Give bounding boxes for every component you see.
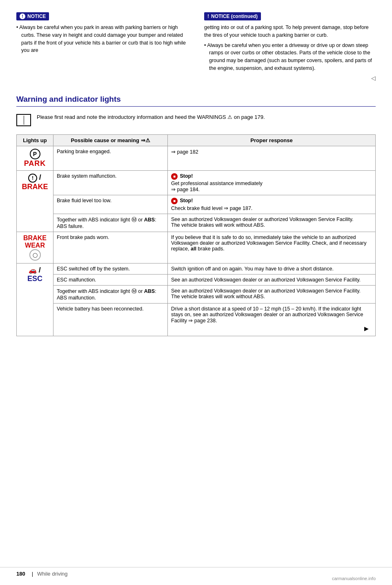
footer-separator: |	[32, 571, 33, 577]
table-row-brake-1: ! / BRAKE Brake system malfunction. ■ St…	[17, 170, 376, 195]
stop-icon-2: ■	[171, 198, 178, 204]
brake-stop-line-2: ■ Stop!	[171, 198, 372, 204]
esc-text-symbol: ESC	[20, 275, 50, 283]
book-warning: Please first read and note the introduct…	[16, 113, 376, 126]
notice-left: ! NOTICE Always be careful when you park…	[16, 12, 188, 83]
esc-response-2: See an authorized Volkswagen dealer or a…	[168, 274, 376, 285]
esc-response-3: See an authorized Volkswagen dealer or a…	[168, 285, 376, 303]
brake-response-2: ■ Stop! Check brake fluid level ⇒ page 1…	[168, 195, 376, 214]
table-row-esc-4: Vehicle battery has been reconnected. Dr…	[17, 303, 376, 336]
brakewear-light-cell: BRAKE WEAR ◯	[17, 232, 53, 263]
notice-row: ! NOTICE Always be careful when you park…	[16, 12, 376, 83]
park-light-cell: P PARK	[17, 146, 53, 170]
notice-right-exclaim-icon: !	[207, 13, 209, 19]
table-row-esc-3: Together with ABS indicator light Ⓜ or A…	[17, 285, 376, 303]
esc-cause-1: ESC switched off by the system.	[53, 263, 168, 274]
table-row-esc-1: 🚗 / ESC ESC switched off by the system. …	[17, 263, 376, 274]
brake-response-3: See an authorized Volkswagen dealer or a…	[168, 214, 376, 232]
lights-table: Lights up Possible cause or meaning ⇒⚠ P…	[16, 134, 376, 336]
notice-left-bullet1: Always be careful when you park in areas…	[16, 24, 188, 54]
book-warning-text: Please first read and note the introduct…	[37, 113, 265, 121]
notice-exclaim-icon: !	[20, 13, 25, 19]
section-heading: Warning and indicator lights	[16, 95, 376, 107]
notice-right-para1: getting into or out of a parking spot. T…	[204, 24, 376, 39]
notice-right-header: ! NOTICE (continued)	[204, 12, 261, 20]
park-p-symbol: P	[20, 149, 50, 159]
esc-cause-3: Together with ABS indicator light Ⓜ or A…	[53, 285, 168, 303]
col-response-header: Proper response	[168, 134, 376, 146]
book-icon	[16, 114, 31, 126]
brakewear-coil-icon: ◯	[20, 249, 50, 261]
brake-icon-area: ! /	[20, 173, 50, 183]
esc-car-icon-area: 🚗 /	[20, 266, 50, 275]
brakewear-response: If you believe that it is safe to do so,…	[168, 232, 376, 263]
esc-cause-4: Vehicle battery has been reconnected.	[53, 303, 168, 336]
p-circle-icon: P	[30, 149, 40, 159]
esc-slash: /	[39, 266, 41, 274]
coil-icon: ◯	[29, 249, 41, 261]
watermark: carmanualsonline.info	[332, 576, 376, 581]
notice-right-content: getting into or out of a parking spot. T…	[204, 24, 376, 83]
wear-label: WEAR	[25, 242, 45, 249]
stop-label-1: Stop!	[180, 173, 193, 179]
park-label: PARK	[24, 159, 46, 167]
brakewear-label: BRAKE	[23, 234, 47, 241]
brake-text-symbol: BRAKE	[20, 183, 50, 191]
table-row-brake-2: Brake fluid level too low. ■ Stop! Check…	[17, 195, 376, 214]
esc-light-cell: 🚗 / ESC	[17, 263, 53, 336]
esc-car-icon: 🚗	[29, 267, 37, 274]
brake-label: BRAKE	[22, 183, 48, 191]
brake-stop-line-1: ■ Stop!	[171, 173, 372, 180]
brakewear-cause: Front brake pads worn.	[53, 232, 168, 263]
table-row-brakewear: BRAKE WEAR ◯ Front brake pads worn. If y…	[17, 232, 376, 263]
table-header-row: Lights up Possible cause or meaning ⇒⚠ P…	[17, 134, 376, 146]
page-content: ! NOTICE Always be careful when you park…	[0, 0, 392, 361]
brake-cause-1: Brake system malfunction.	[53, 170, 168, 195]
table-row-brake-3: Together with ABS indicator light Ⓜ or A…	[17, 214, 376, 232]
stop-label-2: Stop!	[180, 198, 193, 203]
esc-label: ESC	[27, 275, 42, 283]
table-row-park: P PARK Parking brake engaged. ⇒ page 182	[17, 146, 376, 170]
col-lights-header: Lights up	[17, 134, 53, 146]
page-footer: 180 | While driving	[0, 567, 392, 577]
stop-icon-1: ■	[171, 173, 178, 180]
notice-right-title: NOTICE (continued)	[211, 13, 258, 19]
triangle-right-icon: ▶	[171, 324, 372, 333]
notice-left-title: NOTICE	[27, 13, 46, 19]
brake-light-cell: ! / BRAKE	[17, 170, 53, 232]
brake-slash: /	[39, 173, 41, 181]
notice-right: ! NOTICE (continued) getting into or out…	[204, 12, 376, 83]
brake-cause-2: Brake fluid level too low.	[53, 195, 168, 214]
table-row-esc-2: ESC malfunction. See an authorized Volks…	[17, 274, 376, 285]
col-cause-header: Possible cause or meaning ⇒⚠	[53, 134, 168, 146]
page-number: 180	[16, 571, 25, 577]
esc-response-1: Switch ignition off and on again. You ma…	[168, 263, 376, 274]
brake-response-1: ■ Stop! Get professional assistance imme…	[168, 170, 376, 195]
notice-left-content: Always be careful when you park in areas…	[16, 24, 188, 54]
esc-cause-2: ESC malfunction.	[53, 274, 168, 285]
esc-response-4: Drive a short distance at a speed of 10 …	[168, 303, 376, 336]
park-response-cell: ⇒ page 182	[168, 146, 376, 170]
brakewear-text-symbol: BRAKE WEAR	[20, 234, 50, 249]
brake-exclaim-icon: !	[28, 174, 37, 183]
brake-cause-3: Together with ABS indicator light Ⓜ or A…	[53, 214, 168, 232]
park-text-symbol: PARK	[20, 159, 50, 168]
notice-right-bullet1: Always be careful when you enter a drive…	[204, 42, 376, 72]
triangle-left-icon: ◁	[204, 74, 376, 83]
footer-section: While driving	[37, 571, 67, 577]
park-cause-cell: Parking brake engaged.	[53, 146, 168, 170]
notice-left-header: ! NOTICE	[16, 12, 49, 20]
